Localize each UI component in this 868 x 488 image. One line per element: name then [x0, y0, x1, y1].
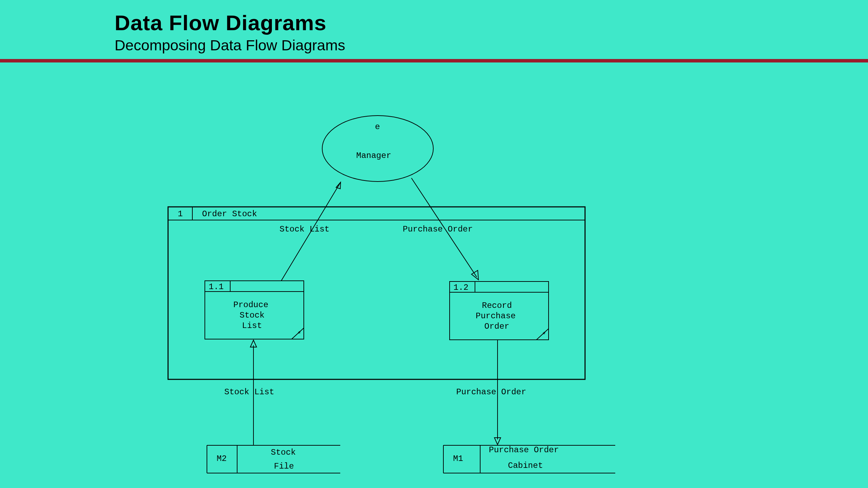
process-1-1-line3: List [242, 321, 262, 330]
process-1-2-asterisk: * [542, 331, 546, 339]
process-1-2-line2: Purchase [476, 311, 516, 321]
process-1-1-id: 1.1 [209, 282, 224, 292]
ds-m2-name1: Stock [271, 448, 296, 457]
diagram-svg [0, 0, 868, 488]
process-1-1-line2: Stock [240, 311, 265, 320]
process-1-2-line1: Record [482, 301, 512, 310]
entity-name: Manager [356, 151, 391, 160]
arrow-po-to-1-2 [471, 270, 478, 280]
diagram-canvas: e Manager 1 Order Stock 1.1 Produce Stoc… [0, 0, 868, 488]
ds-m1-name2: Cabinet [508, 461, 543, 470]
ds-m2-id: M2 [217, 454, 227, 463]
parent-process-name: Order Stock [202, 209, 257, 219]
parent-process-box [168, 207, 585, 379]
ds-m1-id: M1 [453, 454, 463, 463]
process-1-1-line1: Produce [233, 300, 268, 310]
flow-label-po-top: Purchase Order [403, 225, 473, 234]
flow-label-stocklist-top: Stock List [279, 225, 329, 234]
parent-process-id: 1 [178, 209, 183, 219]
flow-label-stocklist-bottom: Stock List [224, 387, 274, 397]
ds-m2-name2: File [274, 462, 294, 471]
flow-label-po-bottom: Purchase Order [456, 387, 526, 397]
ds-m1-name1: Purchase Order [489, 445, 559, 455]
process-1-2-id: 1.2 [453, 283, 468, 292]
entity-id: e [375, 122, 380, 132]
process-1-1-asterisk: * [297, 330, 301, 338]
process-1-2-line3: Order [484, 322, 509, 331]
